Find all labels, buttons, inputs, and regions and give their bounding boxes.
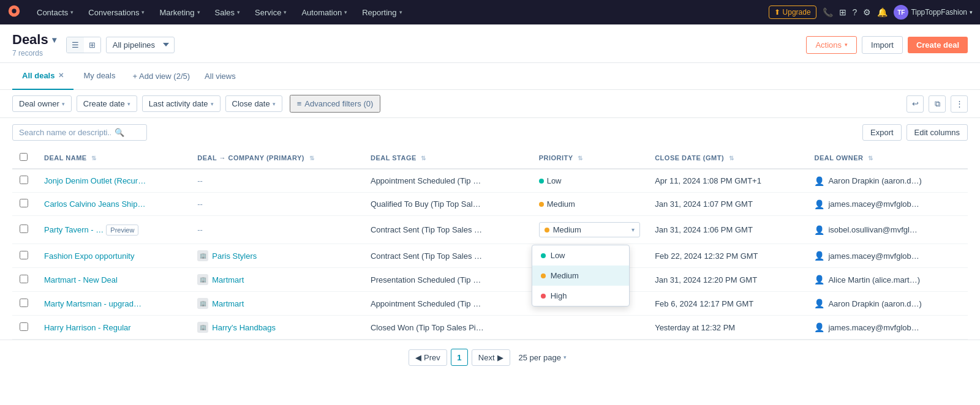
row-checkbox[interactable] bbox=[20, 225, 28, 233]
deal-name-link[interactable]: Fashion Expo opportunity bbox=[44, 251, 134, 261]
company-cell: -- bbox=[190, 169, 363, 193]
settings-icon[interactable]: ⚙ bbox=[863, 7, 871, 17]
close-date-cell: Apr 11, 2024 1:08 PM GMT+1 bbox=[647, 169, 807, 193]
priority-option-low[interactable]: Low bbox=[532, 245, 629, 266]
table-body: Jonjo Denim Outlet (Recur…--Appointment … bbox=[12, 169, 968, 340]
close-date-cell: Feb 22, 2024 12:32 PM GMT bbox=[647, 244, 807, 268]
deal-name-cell: Marty Martsman - upgrad… bbox=[37, 292, 190, 316]
priority-option-high[interactable]: High bbox=[532, 286, 629, 306]
next-page-button[interactable]: Next ▶ bbox=[472, 349, 510, 366]
export-button[interactable]: Export bbox=[862, 124, 902, 141]
list-view-button[interactable]: ☰ bbox=[67, 37, 84, 53]
select-all-checkbox[interactable] bbox=[20, 153, 28, 161]
deal-name-link[interactable]: Marty Martsman - upgrad… bbox=[44, 299, 141, 308]
current-page[interactable]: 1 bbox=[451, 349, 468, 366]
row-checkbox[interactable] bbox=[20, 251, 28, 259]
tab-my-deals[interactable]: My deals bbox=[74, 63, 125, 90]
nav-sales[interactable]: Sales ▾ bbox=[209, 0, 247, 24]
hubspot-logo[interactable] bbox=[7, 4, 21, 21]
row-checkbox[interactable] bbox=[20, 199, 28, 207]
medium-priority-dot-icon bbox=[541, 273, 546, 278]
priority-option-medium[interactable]: Medium bbox=[532, 266, 629, 286]
nav-reporting[interactable]: Reporting ▾ bbox=[356, 0, 408, 24]
deal-stage-cell: Appointment Scheduled (Tip … bbox=[363, 292, 532, 316]
nav-conversations[interactable]: Conversations ▾ bbox=[82, 0, 151, 24]
import-button[interactable]: Import bbox=[862, 36, 903, 54]
header-actions: Actions ▾ Import Create deal bbox=[806, 36, 968, 54]
deal-name-link[interactable]: Harry Harrison - Regular bbox=[44, 323, 131, 332]
chevron-down-icon: ▾ bbox=[845, 42, 848, 48]
edit-columns-button[interactable]: Edit columns bbox=[907, 124, 968, 141]
advanced-filters-button[interactable]: ≡ Advanced filters (0) bbox=[290, 95, 381, 113]
upgrade-button[interactable]: ⬆ Upgrade bbox=[769, 6, 816, 19]
sort-icon[interactable]: ⇅ bbox=[868, 155, 873, 162]
user-menu[interactable]: TF TippToppFashion ▾ bbox=[894, 5, 973, 20]
tab-all-deals[interactable]: All deals ✕ bbox=[12, 63, 74, 90]
last-activity-date-filter[interactable]: Last activity date ▾ bbox=[142, 95, 221, 112]
deal-owner-column: Deal Owner ⇅ bbox=[807, 147, 968, 169]
add-view-button[interactable]: + Add view (2/5) bbox=[126, 63, 198, 90]
company-link[interactable]: Martmart bbox=[212, 275, 244, 284]
sort-icon[interactable]: ⇅ bbox=[91, 155, 97, 162]
chevron-right-icon: ▶ bbox=[497, 353, 503, 362]
row-checkbox[interactable] bbox=[20, 176, 28, 184]
row-checkbox[interactable] bbox=[20, 322, 28, 331]
row-checkbox-cell bbox=[12, 216, 37, 244]
close-date-column: Close Date (GMT) ⇅ bbox=[647, 147, 807, 169]
priority-select[interactable]: Medium▾ bbox=[539, 222, 641, 237]
sort-icon[interactable]: ⇅ bbox=[421, 155, 426, 162]
user-icon: 👤 bbox=[814, 176, 824, 186]
row-checkbox[interactable] bbox=[20, 299, 28, 307]
create-deal-button[interactable]: Create deal bbox=[908, 37, 968, 53]
marketplace-icon[interactable]: ⊞ bbox=[839, 7, 846, 17]
deal-name-link[interactable]: Jonjo Denim Outlet (Recur… bbox=[44, 176, 146, 185]
more-options-button[interactable]: ⋮ bbox=[951, 95, 968, 113]
copy-button[interactable]: ⧉ bbox=[929, 95, 946, 113]
row-checkbox-cell bbox=[12, 244, 37, 268]
company-link[interactable]: Harry's Handbags bbox=[212, 323, 276, 332]
filter-icon: ≡ bbox=[297, 99, 302, 108]
priority-badge[interactable]: Low bbox=[539, 176, 562, 185]
close-icon[interactable]: ✕ bbox=[58, 72, 64, 80]
deal-name-link[interactable]: Martmart - New Deal bbox=[44, 275, 118, 284]
sort-icon[interactable]: ⇅ bbox=[309, 155, 315, 162]
row-checkbox[interactable] bbox=[20, 275, 28, 283]
grid-view-button[interactable]: ⊞ bbox=[84, 37, 100, 53]
sort-icon[interactable]: ⇅ bbox=[729, 155, 734, 162]
deal-owner-name: james.macey@mvfglob… bbox=[828, 323, 919, 332]
company-cell: 🏢Martmart bbox=[190, 268, 363, 292]
create-date-filter[interactable]: Create date ▾ bbox=[77, 95, 137, 112]
title-caret-icon[interactable]: ▾ bbox=[52, 35, 56, 45]
nav-marketing[interactable]: Marketing ▾ bbox=[153, 0, 206, 24]
deal-owner-filter[interactable]: Deal owner ▾ bbox=[12, 95, 72, 112]
notifications-icon[interactable]: 🔔 bbox=[877, 7, 888, 17]
priority-dot-icon bbox=[539, 179, 544, 184]
priority-badge[interactable]: Medium bbox=[539, 199, 575, 209]
nav-service[interactable]: Service ▾ bbox=[249, 0, 293, 24]
undo-button[interactable]: ↩ bbox=[907, 95, 924, 113]
chevron-down-icon: ▾ bbox=[631, 226, 635, 233]
help-icon[interactable]: ? bbox=[853, 7, 858, 17]
table-row: Party Tavern - …Preview--Contract Sent (… bbox=[12, 216, 968, 244]
deal-name-link[interactable]: Party Tavern - … bbox=[44, 225, 104, 234]
per-page-select[interactable]: 25 per page ▾ bbox=[514, 350, 571, 365]
deal-name-link[interactable]: Carlos Calvino Jeans Ship… bbox=[44, 199, 145, 209]
user-icon: 👤 bbox=[814, 251, 824, 261]
priority-cell: Medium bbox=[532, 193, 648, 216]
close-date-filter[interactable]: Close date ▾ bbox=[225, 95, 282, 112]
sort-icon[interactable]: ⇅ bbox=[578, 155, 583, 162]
preview-button[interactable]: Preview bbox=[106, 225, 138, 236]
deal-name-cell: Martmart - New Deal bbox=[37, 268, 190, 292]
actions-button[interactable]: Actions ▾ bbox=[806, 36, 857, 54]
all-views-button[interactable]: All views bbox=[197, 63, 243, 90]
phone-icon[interactable]: 📞 bbox=[823, 7, 833, 17]
pipeline-select[interactable]: All pipelines bbox=[106, 37, 175, 53]
company-link[interactable]: Paris Stylers bbox=[212, 251, 257, 261]
search-input[interactable] bbox=[19, 128, 111, 137]
prev-page-button[interactable]: ◀ Prev bbox=[409, 349, 447, 366]
company-link[interactable]: Martmart bbox=[212, 299, 244, 308]
upgrade-icon: ⬆ bbox=[774, 8, 780, 17]
table-row: Jonjo Denim Outlet (Recur…--Appointment … bbox=[12, 169, 968, 193]
nav-contacts[interactable]: Contacts ▾ bbox=[31, 0, 80, 24]
nav-automation[interactable]: Automation ▾ bbox=[295, 0, 353, 24]
